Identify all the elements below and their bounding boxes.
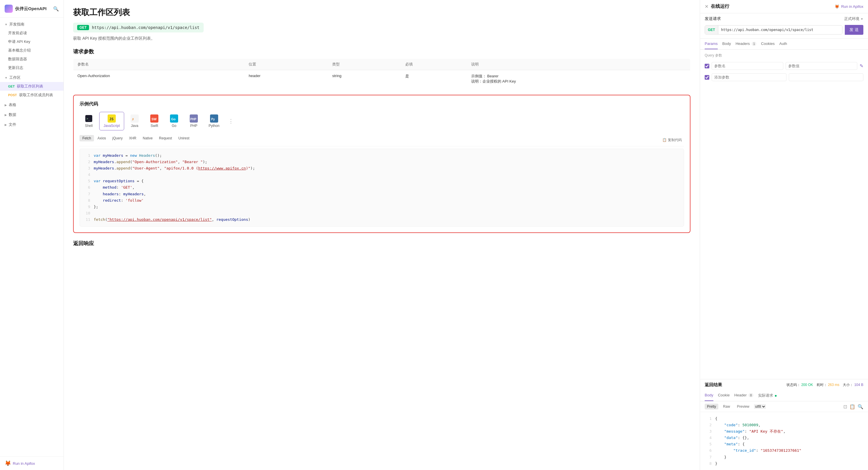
lang-tab-swift-label: Swift — [151, 124, 158, 128]
sidebar-section-workspace-label: 工作区 — [9, 75, 21, 80]
sidebar-section-workspace-header[interactable]: ▼ 工作区 — [0, 73, 64, 82]
sidebar-section-data-header[interactable]: ▶ 数据 — [0, 110, 64, 119]
send-request-row: 发送请求 正式环境 ▼ — [700, 13, 868, 22]
result-tab-body[interactable]: Body — [705, 391, 713, 401]
url-input[interactable] — [718, 26, 842, 34]
sidebar-item-pre-dev[interactable]: 开发前必读 — [0, 29, 64, 37]
close-button[interactable]: ✕ — [705, 4, 708, 9]
format-preview-button[interactable]: Preview — [735, 404, 752, 409]
code-line-11: 11fetch("https://api.huoban.com/openapi/… — [83, 216, 680, 223]
app-logo — [5, 5, 13, 13]
sidebar-section-table-header[interactable]: ▶ 表格 — [0, 101, 64, 109]
result-icons: ⊡ 📋 🔍 — [843, 404, 863, 409]
result-line-1: 1{ — [705, 415, 863, 422]
sidebar-section-files-header[interactable]: ▶ 文件 — [0, 120, 64, 129]
lang-tab-shell[interactable]: >_ Shell — [80, 112, 98, 130]
param-name-input-1[interactable] — [712, 62, 783, 70]
param-add-input[interactable] — [712, 73, 786, 81]
sub-tabs: Fetch Axios jQuery XHR Native Request Un… — [80, 135, 192, 141]
sub-tab-axios[interactable]: Axios — [95, 135, 109, 141]
param-value-input-1[interactable] — [785, 62, 857, 70]
search-icon[interactable]: 🔍 — [53, 6, 59, 11]
code-line-2: 2myHeaders.append("Open-Authorization", … — [83, 159, 680, 165]
sub-tab-fetch[interactable]: Fetch — [80, 135, 94, 141]
right-panel-tabs: Params Body Headers 1 Cookies Auth — [700, 38, 868, 49]
env-selector[interactable]: 正式环境 ▼ — [844, 16, 863, 22]
app-title: 伙伴云OpenAPI — [15, 6, 46, 11]
result-tab-header[interactable]: Header 8 — [734, 391, 753, 401]
run-in-apifox-button[interactable]: 🦊 Run in Apifox — [835, 4, 863, 9]
result-line-7: 7 } — [705, 454, 863, 461]
sub-tab-request[interactable]: Request — [156, 135, 175, 141]
size-info: 大小： 104 B — [843, 382, 863, 388]
url-send-row: GET 发 送 — [700, 22, 868, 38]
send-button[interactable]: 发 送 — [845, 25, 863, 35]
rp-tab-cookies[interactable]: Cookies — [761, 38, 775, 49]
chevron-down-icon: ▼ — [5, 23, 7, 26]
result-header: 返回结果 状态码： 200 OK 耗时： 263 ms 大小： 104 B — [700, 379, 868, 391]
chevron-down-icon: ▼ — [861, 18, 863, 21]
lang-tab-go[interactable]: Go Go — [165, 112, 183, 130]
lang-tab-swift[interactable]: SW Swift — [145, 112, 164, 130]
search-result-icon[interactable]: 🔍 — [858, 404, 863, 409]
result-tab-cookie[interactable]: Cookie — [718, 391, 730, 401]
sub-tab-jquery[interactable]: jQuery — [110, 135, 125, 141]
sidebar-item-api-key[interactable]: 申请 API Key — [0, 37, 64, 46]
param-name-cell: Open-Authorization — [73, 70, 245, 88]
param-edit-icon-1[interactable]: ✎ — [860, 63, 863, 69]
result-panel: 返回结果 状态码： 200 OK 耗时： 263 ms 大小： 104 B — [700, 379, 868, 470]
col-header-note: 说明 — [467, 59, 690, 70]
rp-tab-params[interactable]: Params — [705, 38, 718, 49]
expand-icon[interactable]: ⊡ — [843, 404, 847, 409]
svg-text:JS: JS — [110, 117, 114, 121]
rp-tab-headers[interactable]: Headers 1 — [736, 38, 756, 49]
sub-tab-unirest[interactable]: Unirest — [176, 135, 192, 141]
param-row-1: ✎ — [705, 60, 863, 72]
time-info: 耗时： 263 ms — [817, 382, 840, 388]
sidebar-item-get-space-list[interactable]: GET 获取工作区列表 — [0, 82, 64, 91]
lang-tab-javascript[interactable]: JS JavaScript — [99, 112, 124, 130]
copy-result-icon[interactable]: 📋 — [849, 404, 855, 409]
sidebar-section-dev-guide-header[interactable]: ▼ 开发指南 — [0, 20, 64, 29]
param-add-value[interactable] — [789, 73, 864, 81]
sidebar-item-filter[interactable]: 数据筛选器 — [0, 55, 64, 63]
format-raw-button[interactable]: Raw — [721, 404, 732, 409]
sidebar-item-post-space-members-label: 获取工作区成员列表 — [19, 93, 53, 97]
sub-tab-xhr[interactable]: XHR — [126, 135, 139, 141]
encoding-selector[interactable]: utf8 — [754, 404, 766, 409]
params-panel: Query 参数 ✎ — [700, 49, 868, 379]
sidebar-item-changelog[interactable]: 更新日志 — [0, 63, 64, 72]
note-value: Bearer — [487, 74, 498, 78]
return-section-title: 返回响应 — [73, 240, 690, 247]
send-request-label: 发送请求 — [705, 16, 721, 22]
sidebar: 伙伴云OpenAPI 🔍 ▼ 开发指南 开发前必读 申请 API Key 基本概… — [0, 0, 64, 470]
sidebar-run-apifox[interactable]: 🦊 Run in Apifox — [0, 457, 64, 470]
more-langs-icon[interactable]: ⋮ — [226, 117, 236, 126]
result-line-6: 6 "trace_id": "1653747301237661" — [705, 447, 863, 454]
sidebar-item-post-space-members[interactable]: POST 获取工作区成员列表 — [0, 91, 64, 99]
format-pretty-button[interactable]: Pretty — [705, 404, 718, 409]
table-row: Open-Authorization header string 是 示例值： … — [73, 70, 690, 88]
lang-tab-python-label: Python — [209, 124, 219, 128]
param-check-add[interactable] — [705, 75, 709, 80]
code-line-10: 10 — [83, 210, 680, 216]
lang-tab-php[interactable]: PHP PHP — [185, 112, 203, 130]
python-icon: Py — [210, 114, 218, 123]
sub-tab-native[interactable]: Native — [140, 135, 155, 141]
param-check-1[interactable] — [705, 64, 709, 68]
lang-tabs: >_ Shell JS JavaScript — [80, 112, 684, 130]
rp-tab-body[interactable]: Body — [722, 38, 731, 49]
lang-tab-java[interactable]: J Java — [125, 112, 144, 130]
sidebar-item-concepts[interactable]: 基本概念介绍 — [0, 46, 64, 55]
lang-tab-python[interactable]: Py Python — [204, 112, 224, 130]
params-section-title: 请求参数 — [73, 48, 690, 55]
copy-code-button[interactable]: 📋 复制代码 — [660, 136, 684, 144]
result-tab-actual[interactable]: 实际请求 — [758, 391, 777, 401]
right-panel: ✕ 在线运行 🦊 Run in Apifox 发送请求 正式环境 ▼ GET 发… — [700, 0, 868, 470]
note-prefix: 示例值： — [471, 74, 486, 78]
rp-tab-auth[interactable]: Auth — [779, 38, 787, 49]
code-block: 1var myHeaders = new Headers(); 2myHeade… — [80, 149, 684, 227]
main-content: 获取工作区列表 GET https://api.huoban.com/opena… — [64, 0, 868, 470]
param-row-add — [705, 72, 863, 83]
lang-tab-shell-label: Shell — [85, 124, 93, 128]
